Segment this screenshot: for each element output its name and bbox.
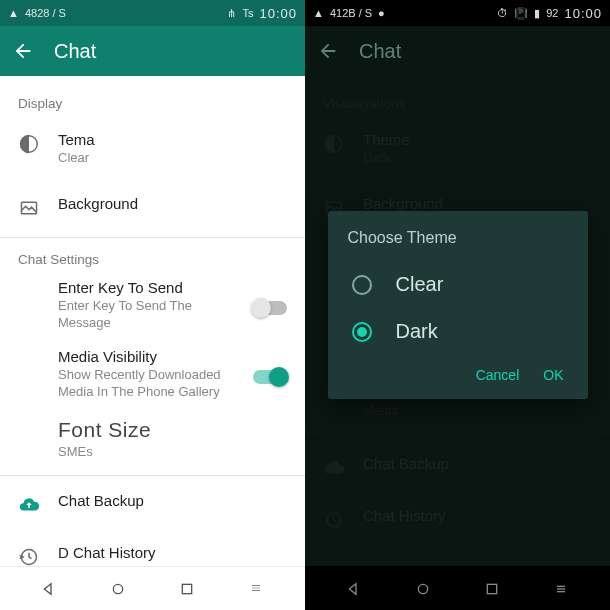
row-theme[interactable]: Tema Clear	[0, 117, 305, 181]
nav-menu-icon[interactable]	[236, 581, 276, 597]
font-size-sub: SMEs	[58, 444, 287, 461]
divider	[0, 475, 305, 476]
radio-icon	[352, 322, 372, 342]
backup-title: Chat Backup	[58, 492, 287, 509]
net-speed: 4828 / S	[25, 7, 66, 19]
radio-label-clear: Clear	[396, 273, 444, 296]
screen-header: Chat	[0, 26, 305, 76]
radio-label-dark: Dark	[396, 320, 438, 343]
bt-label: Ts	[242, 7, 253, 19]
history-icon	[18, 546, 40, 566]
history-title: D Chat History	[58, 544, 287, 561]
section-chat-settings: Chat Settings	[0, 240, 305, 273]
radio-option-clear[interactable]: Clear	[348, 261, 568, 308]
theme-title: Tema	[58, 131, 287, 148]
background-title: Background	[58, 195, 287, 212]
cancel-button[interactable]: Cancel	[476, 367, 520, 383]
row-enter-key[interactable]: Enter Key To Send Enter Key To Send The …	[0, 273, 305, 340]
dialog-title: Choose Theme	[348, 229, 568, 247]
theme-icon	[18, 133, 40, 155]
row-chat-history[interactable]: D Chat History	[0, 530, 305, 566]
ok-button[interactable]: OK	[543, 367, 563, 383]
signal-icon: ▲	[8, 7, 19, 19]
section-display: Display	[0, 84, 305, 117]
status-bar: ▲ 4828 / S ⋔ Ts 10:00	[0, 0, 305, 26]
back-icon[interactable]	[12, 40, 34, 62]
theme-value: Clear	[58, 150, 287, 167]
media-vis-toggle[interactable]	[253, 370, 287, 384]
row-chat-backup[interactable]: Chat Backup	[0, 478, 305, 530]
status-time: 10:00	[259, 6, 297, 21]
row-media-visibility[interactable]: Media Visibility Show Recently Downloade…	[0, 340, 305, 409]
image-icon	[18, 197, 40, 219]
phone-left: ▲ 4828 / S ⋔ Ts 10:00 Chat Display Tema …	[0, 0, 305, 610]
header-title: Chat	[54, 40, 96, 63]
dialog-actions: Cancel OK	[348, 355, 568, 391]
bluetooth-icon: ⋔	[227, 7, 236, 20]
radio-option-dark[interactable]: Dark	[348, 308, 568, 355]
svg-point-2	[113, 584, 122, 593]
row-background[interactable]: Background	[0, 181, 305, 233]
enter-key-toggle[interactable]	[253, 301, 287, 315]
font-size-title: Font Size	[58, 418, 287, 442]
divider	[0, 237, 305, 238]
nav-recents-icon[interactable]	[167, 581, 207, 597]
theme-dialog: Choose Theme Clear Dark Cancel OK	[328, 211, 588, 399]
nav-home-icon[interactable]	[98, 581, 138, 597]
enter-key-sub: Enter Key To Send The Message	[58, 298, 235, 332]
cloud-upload-icon	[18, 494, 40, 516]
enter-key-title: Enter Key To Send	[58, 279, 235, 296]
row-font-size[interactable]: Font Size SMEs	[0, 408, 305, 471]
svg-rect-3	[182, 584, 191, 593]
nav-bar	[0, 566, 305, 610]
phone-right: ▲ 412B / S ● ⏱ 📳 ▮ 92 10:00 Chat Visuali…	[305, 0, 610, 610]
dialog-overlay: Choose Theme Clear Dark Cancel OK	[305, 0, 610, 610]
nav-back-icon[interactable]	[29, 581, 69, 597]
content: Display Tema Clear Background Chat Setti…	[0, 76, 305, 566]
media-vis-title: Media Visibility	[58, 348, 235, 365]
media-vis-sub: Show Recently Downloaded Media In The Ph…	[58, 367, 235, 401]
radio-icon	[352, 275, 372, 295]
